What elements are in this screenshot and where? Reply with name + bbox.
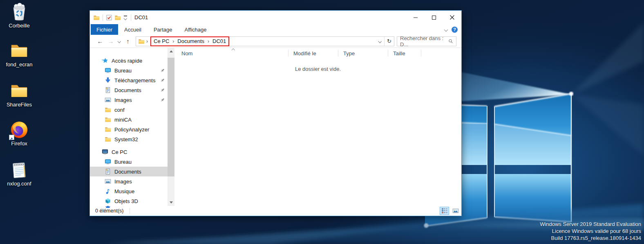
item-count: 0 élément(s) xyxy=(95,208,123,214)
sidebar-item-bureau[interactable]: Bureau xyxy=(90,66,168,75)
desktop-icon-fond-ecran[interactable]: fond_ecran xyxy=(1,41,37,68)
folder-icon xyxy=(10,41,29,60)
title-bar[interactable]: DC01 xyxy=(90,11,461,24)
breadcrumb-ce-pc[interactable]: Ce PC xyxy=(152,38,171,44)
quick-access-toolbar xyxy=(90,14,132,21)
folder-icon xyxy=(105,126,111,133)
up-button[interactable]: ↑ xyxy=(123,36,133,47)
folder-icon xyxy=(105,136,111,142)
desktop-icon-firefox[interactable]: Firefox xyxy=(1,120,37,147)
recent-locations-dropdown-icon[interactable] xyxy=(116,40,123,43)
address-bar[interactable]: › Ce PC › Documents › DC01 ↻ xyxy=(136,36,394,46)
sidebar-item-musique[interactable]: Musique xyxy=(90,186,168,196)
breadcrumb-dc01[interactable]: DC01 xyxy=(211,38,228,44)
music-icon xyxy=(105,188,111,194)
notepad-icon xyxy=(10,160,29,179)
desktop-icon-nxlog-conf[interactable]: nxlog.conf xyxy=(1,160,37,187)
ribbon-tabs: Fichier Accueil Partage Affichage ? xyxy=(90,24,461,35)
help-button[interactable]: ? xyxy=(452,27,458,33)
explorer-window: DC01 Fichier Accueil Partage Affichage ?… xyxy=(89,10,462,216)
images-icon xyxy=(105,97,111,103)
thumbnail-view-button[interactable] xyxy=(451,207,460,215)
column-header-taille[interactable]: Taille xyxy=(388,48,421,59)
sidebar-item-documents-selected[interactable]: Documents xyxy=(90,167,168,176)
tab-accueil[interactable]: Accueil xyxy=(118,24,148,35)
column-headers: Nom Modifié le Type Taille xyxy=(174,48,461,59)
qat-new-folder-icon[interactable] xyxy=(114,14,121,21)
window-folder-icon xyxy=(93,14,100,21)
tab-fichier[interactable]: Fichier xyxy=(91,24,118,35)
images-icon xyxy=(105,178,111,185)
sidebar-section-quick-access[interactable]: Accès rapide xyxy=(90,56,168,66)
refresh-button[interactable]: ↻ xyxy=(384,37,394,46)
column-header-modifie-le[interactable]: Modifié le xyxy=(288,48,338,59)
sidebar-section-ce-pc[interactable]: Ce PC xyxy=(90,147,168,157)
back-button[interactable]: ← xyxy=(95,36,105,47)
sidebar-item-images-qa[interactable]: Images xyxy=(90,95,168,105)
ribbon-expand-icon[interactable] xyxy=(444,27,448,32)
address-folder-icon xyxy=(138,38,145,45)
status-bar: 0 élément(s) xyxy=(90,206,461,216)
desktop-icon-label: nxlog.conf xyxy=(1,181,37,187)
forward-button[interactable]: → xyxy=(105,36,116,47)
search-icon xyxy=(448,38,453,44)
sidebar-item-documents-qa[interactable]: Documents xyxy=(90,85,168,95)
desktop-icon-corbeille[interactable]: Corbeille xyxy=(1,2,37,29)
sidebar-item-conf[interactable]: conf xyxy=(90,105,168,115)
search-input[interactable]: Rechercher dans : D... xyxy=(397,36,456,46)
desktop-icon-label: Corbeille xyxy=(1,23,37,29)
breadcrumb-separator: › xyxy=(171,38,176,44)
sidebar-scrollbar[interactable] xyxy=(168,48,174,206)
breadcrumb-documents[interactable]: Documents xyxy=(176,38,206,44)
sidebar-item-telechargements[interactable]: Téléchargements xyxy=(90,75,168,85)
toolbar-separator xyxy=(103,14,103,21)
desktop-icon xyxy=(105,158,111,165)
computer-icon xyxy=(102,149,108,155)
desktop-icon-label: fond_ecran xyxy=(1,61,37,68)
desktop-icon-label: Firefox xyxy=(1,140,37,147)
quick-access-star-icon xyxy=(102,57,108,64)
maximize-button[interactable] xyxy=(425,11,443,24)
tab-partage[interactable]: Partage xyxy=(148,24,179,35)
sidebar-item-system32[interactable]: System32 xyxy=(90,134,168,144)
close-button[interactable] xyxy=(443,11,461,24)
desktop-icon xyxy=(105,67,111,74)
sidebar-item-objets-3d[interactable]: Objets 3D xyxy=(90,196,168,206)
address-dropdown-icon[interactable] xyxy=(376,37,384,46)
desktop-icon-label: ShareFiles xyxy=(1,102,37,108)
pin-icon xyxy=(160,98,165,102)
window-title: DC01 xyxy=(134,14,148,20)
minimize-button[interactable] xyxy=(406,11,425,24)
breadcrumb-separator: › xyxy=(145,38,150,44)
explorer-content: Accès rapide Bureau Téléchargements Docu… xyxy=(90,48,461,206)
empty-folder-message: Le dossier est vide. xyxy=(174,66,461,72)
downloads-icon xyxy=(105,77,111,84)
toolbar-separator xyxy=(131,14,131,21)
navigation-bar: ← → ↑ › Ce PC › Documents › DC01 ↻ Reche… xyxy=(90,35,461,48)
qat-properties-check-icon[interactable] xyxy=(106,14,112,21)
tab-affichage[interactable]: Affichage xyxy=(178,24,212,35)
document-icon xyxy=(105,168,111,175)
document-icon xyxy=(105,87,111,93)
qat-customize-dropdown-icon[interactable] xyxy=(124,16,127,19)
pin-icon xyxy=(160,78,165,83)
scrollbar-down-arrow[interactable] xyxy=(168,199,174,206)
watermark-line: Windows Server 2019 Standard Evaluation xyxy=(540,221,641,228)
breadcrumb-separator: › xyxy=(206,38,211,44)
folder-icon xyxy=(105,116,111,123)
sidebar-item-minica[interactable]: miniCA xyxy=(90,115,168,124)
sidebar-item-policyanalyzer[interactable]: PolicyAnalyzer xyxy=(90,124,168,134)
3d-cube-icon xyxy=(105,198,111,204)
sidebar-item-images-pc[interactable]: Images xyxy=(90,176,168,186)
scrollbar-up-arrow[interactable] xyxy=(168,48,174,55)
scrollbar-thumb[interactable] xyxy=(168,58,174,176)
pin-icon xyxy=(160,88,165,93)
pin-icon xyxy=(160,68,165,73)
column-header-type[interactable]: Type xyxy=(338,48,388,59)
windows-evaluation-watermark: Windows Server 2019 Standard Evaluation … xyxy=(540,221,641,242)
sidebar-item-bureau-pc[interactable]: Bureau xyxy=(90,157,168,167)
thumbnail-view-icon xyxy=(452,208,459,214)
details-view-button[interactable] xyxy=(440,207,449,215)
column-header-nom[interactable]: Nom xyxy=(174,48,288,59)
desktop-icon-sharefiles[interactable]: ShareFiles xyxy=(1,81,37,108)
